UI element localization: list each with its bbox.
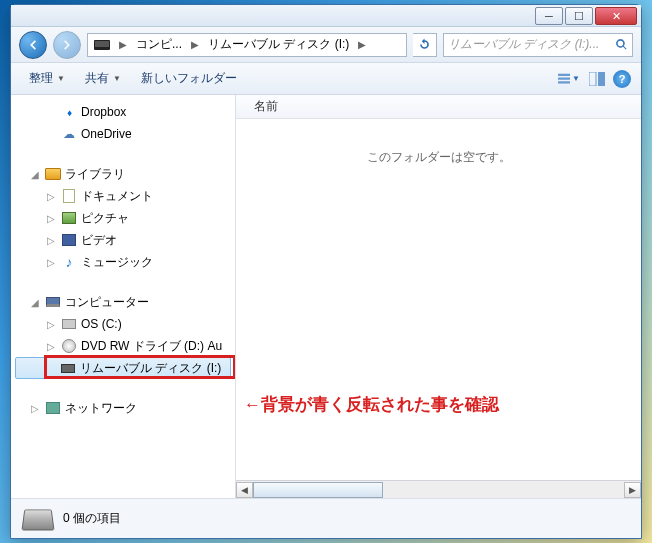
expand-icon[interactable]: ▷ (45, 257, 57, 268)
cloud-icon: ☁ (61, 126, 77, 142)
tree-item-removable-i[interactable]: リムーバブル ディスク (I:) (15, 357, 231, 379)
expand-icon[interactable]: ▷ (45, 341, 57, 352)
organize-button[interactable]: 整理▼ (21, 66, 73, 91)
scroll-track[interactable] (253, 482, 624, 498)
video-icon (62, 234, 76, 246)
scroll-right-button[interactable]: ▶ (624, 482, 641, 498)
network-icon (46, 402, 60, 414)
forward-button[interactable] (53, 31, 81, 59)
chevron-down-icon: ▼ (113, 74, 121, 83)
maximize-button[interactable]: ☐ (565, 7, 593, 25)
minimize-button[interactable]: ─ (535, 7, 563, 25)
svg-rect-1 (558, 77, 570, 79)
view-mode-button[interactable]: ▼ (557, 68, 581, 90)
tree-item-pictures[interactable]: ▷ピクチャ (11, 207, 235, 229)
titlebar: ─ ☐ ✕ (11, 5, 641, 27)
collapse-icon[interactable]: ◢ (29, 297, 41, 308)
chevron-right-icon: ▶ (355, 39, 369, 50)
help-button[interactable]: ? (613, 70, 631, 88)
breadcrumb-computer[interactable]: コンピ... (132, 34, 186, 56)
scroll-thumb[interactable] (253, 482, 383, 498)
tree-item-onedrive[interactable]: ☁OneDrive (11, 123, 235, 145)
pane-icon (589, 72, 605, 86)
arrow-left-icon (26, 38, 40, 52)
tree-item-dropbox[interactable]: ⬧Dropbox (11, 101, 235, 123)
view-icon (558, 72, 570, 86)
close-button[interactable]: ✕ (595, 7, 637, 25)
expand-icon[interactable]: ▷ (45, 235, 57, 246)
empty-folder-message: このフォルダーは空です。 (236, 119, 641, 480)
content-pane: 名前 このフォルダーは空です。 ◀ ▶ (236, 95, 641, 498)
new-folder-button[interactable]: 新しいフォルダー (133, 66, 245, 91)
toolbar: 整理▼ 共有▼ 新しいフォルダー ▼ ? (11, 63, 641, 95)
scroll-left-button[interactable]: ◀ (236, 482, 253, 498)
svg-rect-3 (589, 72, 596, 86)
drive-icon (94, 40, 110, 50)
chevron-down-icon: ▼ (572, 74, 580, 83)
share-button[interactable]: 共有▼ (77, 66, 129, 91)
drive-large-icon (21, 509, 54, 530)
dropbox-icon: ⬧ (61, 104, 77, 120)
library-icon (45, 168, 61, 180)
svg-rect-2 (558, 81, 570, 83)
refresh-icon (418, 38, 431, 51)
chevron-right-icon: ▶ (188, 39, 202, 50)
collapse-icon[interactable]: ◢ (29, 169, 41, 180)
expand-icon[interactable]: ▷ (45, 213, 57, 224)
tree-item-music[interactable]: ▷♪ミュージック (11, 251, 235, 273)
back-button[interactable] (19, 31, 47, 59)
expand-icon[interactable]: ▷ (29, 403, 41, 414)
document-icon (63, 189, 75, 203)
navigation-pane[interactable]: ⬧Dropbox ☁OneDrive ◢ライブラリ ▷ドキュメント ▷ピクチャ … (11, 95, 236, 498)
search-placeholder: リムーバブル ディスク (I:)... (448, 36, 615, 53)
tree-item-videos[interactable]: ▷ビデオ (11, 229, 235, 251)
chevron-down-icon: ▼ (57, 74, 65, 83)
tree-item-network[interactable]: ▷ネットワーク (11, 397, 235, 419)
hdd-icon (62, 319, 76, 329)
chevron-right-icon: ▶ (116, 39, 130, 50)
nav-row: ▶ コンピ... ▶ リムーバブル ディスク (I:) ▶ リムーバブル ディス… (11, 27, 641, 63)
expand-icon[interactable]: ▷ (45, 191, 57, 202)
refresh-button[interactable] (413, 33, 437, 57)
explorer-window: ─ ☐ ✕ ▶ コンピ... ▶ リムーバブル ディスク (I:) ▶ リムーバ… (10, 4, 642, 539)
tree-item-dvd-d[interactable]: ▷DVD RW ドライブ (D:) Au (11, 335, 235, 357)
computer-icon (46, 297, 60, 307)
preview-pane-button[interactable] (585, 68, 609, 90)
breadcrumb[interactable]: ▶ コンピ... ▶ リムーバブル ディスク (I:) ▶ (87, 33, 407, 57)
status-bar: 0 個の項目 (11, 498, 641, 538)
music-icon: ♪ (61, 254, 77, 270)
tree-item-os-c[interactable]: ▷OS (C:) (11, 313, 235, 335)
search-box[interactable]: リムーバブル ディスク (I:)... (443, 33, 633, 57)
tree-item-libraries[interactable]: ◢ライブラリ (11, 163, 235, 185)
picture-icon (62, 212, 76, 224)
arrow-right-icon (60, 38, 74, 52)
svg-rect-0 (558, 73, 570, 75)
horizontal-scrollbar[interactable]: ◀ ▶ (236, 480, 641, 498)
tree-item-computer[interactable]: ◢コンピューター (11, 291, 235, 313)
breadcrumb-removable[interactable]: リムーバブル ディスク (I:) (204, 34, 353, 56)
annotation-text: ←背景が青く反転された事を確認 (244, 393, 499, 416)
expand-icon[interactable]: ▷ (45, 319, 57, 330)
usb-drive-icon (61, 364, 75, 373)
svg-rect-4 (598, 72, 605, 86)
search-icon (615, 38, 628, 51)
body-area: ⬧Dropbox ☁OneDrive ◢ライブラリ ▷ドキュメント ▷ピクチャ … (11, 95, 641, 498)
item-count-label: 0 個の項目 (63, 510, 121, 527)
dvd-icon (62, 339, 76, 353)
tree-item-documents[interactable]: ▷ドキュメント (11, 185, 235, 207)
column-header-name[interactable]: 名前 (236, 95, 641, 119)
